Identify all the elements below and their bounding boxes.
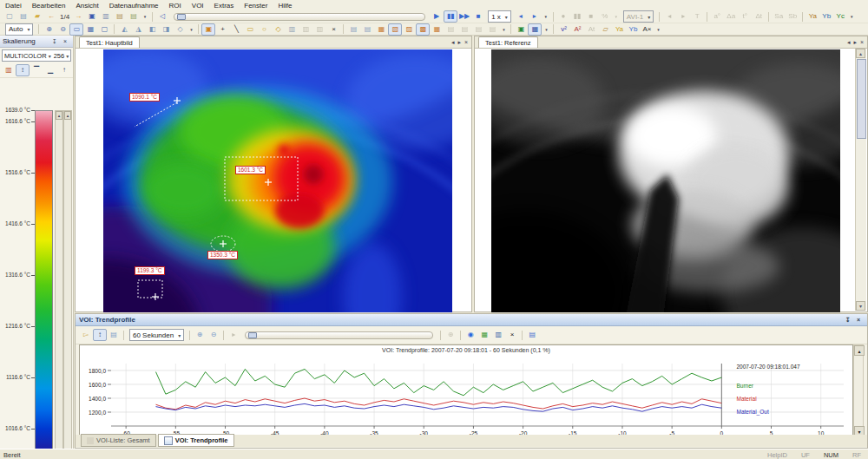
trend-chart[interactable]: -60-55-50-45-40-35-30-25-20-15-10-505101… — [80, 357, 851, 438]
color-scale-gradient[interactable] — [35, 110, 53, 459]
zoom-in-icon[interactable]: ⊕ — [42, 23, 56, 36]
roi-stat-c-icon[interactable]: ▤ — [471, 23, 485, 36]
pin-icon[interactable]: ↧ — [843, 315, 853, 325]
fast-forward-icon[interactable]: ▶▶ — [457, 10, 471, 23]
reference-image[interactable] — [491, 49, 840, 312]
roi-duplicate-icon[interactable]: ▥ — [312, 23, 326, 36]
average-dropdown[interactable]: ▾ — [847, 10, 856, 23]
roi-delete-icon[interactable]: × — [326, 23, 340, 36]
menu-item-roi[interactable]: ROI — [164, 2, 187, 10]
stop-icon[interactable]: ■ — [471, 10, 485, 23]
flip-horizontal-icon[interactable]: ◧ — [145, 23, 159, 36]
menu-item-bearbeiten[interactable]: Bearbeiten — [27, 2, 71, 10]
record-icon[interactable]: ● — [556, 10, 570, 23]
roi-paste-icon[interactable]: ▥ — [299, 23, 312, 36]
zoom-fit-icon[interactable]: ▭ — [69, 23, 83, 36]
delete-trend-icon[interactable]: × — [505, 329, 519, 341]
pan-icon[interactable]: ◇ — [173, 23, 187, 36]
menu-item-hilfe[interactable]: Hilfe — [273, 2, 297, 10]
formula-a2-icon[interactable]: A² — [570, 23, 584, 36]
roi-rectangle-icon[interactable]: ▭ — [243, 23, 257, 36]
palette-select[interactable]: MULTICOLOR ▾ 256 ▾ — [2, 49, 71, 62]
data-table-icon[interactable]: ▦ — [477, 329, 491, 341]
roi-dropdown[interactable]: ▾ — [499, 23, 508, 36]
snapshot-icon[interactable]: ▤ — [127, 10, 141, 23]
tab-prev-icon[interactable]: ◂ — [450, 39, 457, 46]
export-image-icon[interactable]: ▤ — [113, 10, 127, 23]
record-pause-icon[interactable]: ▮▮ — [570, 10, 584, 23]
menu-item-fenster[interactable]: Fenster — [239, 2, 273, 10]
measure-line-icon[interactable]: ╲ — [229, 23, 243, 36]
upper-limit-spinner[interactable]: ▴ ▾ — [55, 110, 63, 459]
measurement-label[interactable]: 1090.1 °C — [129, 93, 160, 102]
abs-time-icon[interactable]: t° — [738, 10, 752, 23]
measurement-label[interactable]: 1601.3 °C — [235, 166, 266, 174]
measure-point-icon[interactable]: + — [215, 23, 229, 36]
roi-stat-b-icon[interactable]: ▤ — [457, 23, 471, 36]
roi-edit-icon[interactable]: ▤ — [346, 23, 360, 36]
annotate-icon[interactable]: ▱ — [598, 23, 612, 36]
next-image-icon[interactable]: → — [71, 10, 85, 23]
formula-v2-icon[interactable]: v² — [556, 23, 570, 36]
scale-mode-select[interactable]: Auto▾ — [5, 23, 33, 36]
step-back-icon[interactable]: ◂ — [514, 10, 528, 23]
menu-item-datenaufnahme[interactable]: Datenaufnahme — [104, 2, 164, 10]
chart-table-icon[interactable]: ▥ — [491, 329, 505, 341]
zoom-time-out-icon[interactable]: ⊖ — [207, 329, 220, 341]
tab-voi-trendprofile[interactable]: VOI: Trendprofile — [158, 434, 234, 447]
playback-speed-select[interactable]: 1 x▾ — [488, 10, 511, 23]
average-b-icon[interactable]: Yb — [819, 10, 833, 23]
roi-stat-d-icon[interactable]: ▤ — [485, 23, 499, 36]
diff-time-icon[interactable]: Δt — [752, 10, 766, 23]
trend-delete-icon[interactable]: A× — [640, 23, 654, 36]
zoom-time-in-icon[interactable]: ⊕ — [193, 329, 207, 341]
menu-item-datei[interactable]: Datei — [0, 2, 27, 10]
close-icon[interactable]: × — [853, 315, 864, 325]
export-trend-icon[interactable]: ▤ — [525, 329, 539, 341]
scroll-up-icon[interactable]: ▴ — [856, 49, 865, 58]
marker-prev-icon[interactable]: ◂ — [662, 10, 676, 23]
avi-select[interactable]: AVI-1▾ — [623, 10, 654, 23]
visibility-icon[interactable]: ◉ — [464, 329, 477, 341]
fullscreen-icon[interactable]: ▢ — [97, 23, 111, 36]
new-document-icon[interactable]: ▢ — [3, 10, 16, 23]
save-icon[interactable]: ▣ — [85, 10, 99, 23]
rotate-right-icon[interactable]: ◮ — [131, 23, 145, 36]
step-forward-icon[interactable]: ▸ — [528, 10, 542, 23]
sequence-position-slider[interactable] — [174, 13, 425, 21]
voi-manager-icon[interactable]: ▻ — [79, 329, 93, 341]
pin-icon[interactable]: ↧ — [49, 36, 60, 47]
voi-grid-icon[interactable]: ▦ — [528, 23, 542, 36]
open-folder-icon[interactable]: ▰ — [30, 10, 44, 23]
playback-options-dropdown[interactable]: ▾ — [542, 10, 550, 23]
roi-out-icon[interactable]: ▨ — [402, 23, 416, 36]
trend-a-icon[interactable]: Ya — [612, 23, 626, 36]
record-stop-icon[interactable]: ■ — [584, 10, 598, 23]
roi-in-icon[interactable]: ▧ — [388, 23, 402, 36]
menu-item-ansicht[interactable]: Ansicht — [70, 2, 103, 10]
pause-icon[interactable]: ▮▮ — [444, 10, 457, 23]
measurement-label[interactable]: 1350.3 °C — [207, 251, 238, 259]
close-icon[interactable]: × — [60, 36, 70, 47]
ref-vertical-scrollbar[interactable]: ▴ ▾ — [855, 49, 866, 311]
tab-hauptbild[interactable]: Test1: Hauptbild — [79, 36, 140, 48]
tab-close-icon[interactable]: × — [463, 39, 470, 45]
copy-image-icon[interactable]: ▥ — [99, 10, 113, 23]
measurement-label[interactable]: 1199.3 °C — [135, 266, 165, 275]
snapshot-options-dropdown[interactable]: ▾ — [141, 10, 149, 23]
cursor-icon[interactable]: ▸ — [227, 329, 240, 341]
roi-stat-a-icon[interactable]: ▤ — [444, 23, 457, 36]
tab-referenz[interactable]: Test1: Referenz — [478, 36, 538, 48]
profile-settings-icon[interactable]: ▤ — [107, 329, 121, 341]
text-overlay-icon[interactable]: T — [690, 10, 704, 23]
trend-dropdown[interactable]: ▾ — [654, 23, 662, 36]
record-percent-icon[interactable]: % — [598, 10, 612, 23]
slider-thumb[interactable] — [177, 14, 186, 20]
roi-copy-icon[interactable]: ▥ — [285, 23, 299, 36]
scroll-down-icon[interactable]: ▾ — [856, 301, 865, 311]
roi-ellipse-icon[interactable]: ○ — [257, 23, 271, 36]
tab-next-icon[interactable]: ▸ — [456, 39, 463, 46]
view-options-dropdown[interactable]: ▾ — [187, 23, 195, 36]
rotate-left-icon[interactable]: ◭ — [117, 23, 131, 36]
roi-mask-icon[interactable]: ▩ — [416, 23, 430, 36]
